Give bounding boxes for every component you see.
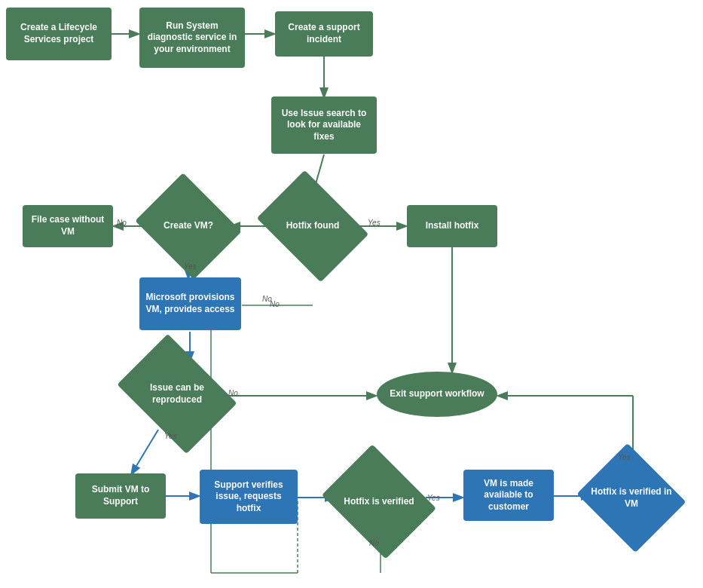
run-system-node: Run System diagnostic service in your en… [139,8,245,68]
create-lcs-node: Create a Lifecycle Services project [6,8,112,60]
vm-available-node: VM is made available to customer [463,470,554,521]
submit-vm-label: Submit VM to Support [80,484,161,507]
issue-reproduced-label: Issue can be reproduced [128,382,226,406]
run-system-label: Run System diagnostic service in your en… [144,20,240,56]
hotfix-verified-label: Hotfix is verified [344,496,414,508]
hf-no2-label: No [270,300,280,308]
install-hotfix-node: Install hotfix [407,205,497,247]
hotfix-verified-node: Hotfix is verified [334,466,424,537]
create-support-label: Create a support incident [280,22,368,45]
hotfix-yes-label: Yes [368,219,381,227]
create-lcs-label: Create a Lifecycle Services project [11,22,107,45]
file-case-label: File case without VM [27,214,109,237]
hotfix-found-label: Hotfix found [286,220,340,232]
issue-yes-label: Yes [164,432,177,440]
create-support-node: Create a support incident [275,11,373,57]
exit-support-node: Exit support workflow [377,372,497,417]
file-case-node: File case without VM [23,205,113,247]
issue-no-label: No [228,389,238,397]
support-verifies-label: Support verifies issue, requests hotfix [204,479,293,515]
create-vm-no-label: No [117,219,127,227]
exit-support-label: Exit support workflow [390,388,484,400]
install-hotfix-label: Install hotfix [426,220,479,232]
flowchart-diagram: No Create a Lifecycle Services project R… [0,0,703,588]
create-vm-label: Create VM? [164,220,213,232]
vm-available-label: VM is made available to customer [468,478,549,513]
ms-provisions-node: Microsoft provisions VM, provides access [139,277,241,330]
use-issue-label: Use Issue search to look for available f… [276,108,372,143]
create-vm-node: Create VM? [147,192,230,260]
hv-vm-yes-label: Yes [618,453,631,461]
create-vm-yes-label: Yes [184,262,197,271]
use-issue-node: Use Issue search to look for available f… [271,96,377,154]
hotfix-found-node: Hotfix found [267,192,358,260]
hotfix-verified-vm-label: Hotfix is verified in VM [590,486,673,510]
svg-line-11 [132,430,158,473]
submit-vm-node: Submit VM to Support [75,473,166,519]
ms-provisions-label: Microsoft provisions VM, provides access [144,292,237,315]
hv-yes-label: Yes [427,494,440,502]
support-verifies-node: Support verifies issue, requests hotfix [200,470,298,524]
hv-no-label: No [369,539,379,547]
hotfix-verified-vm-node: Hotfix is verified in VM [590,462,673,534]
issue-reproduced-node: Issue can be reproduced [128,358,226,430]
